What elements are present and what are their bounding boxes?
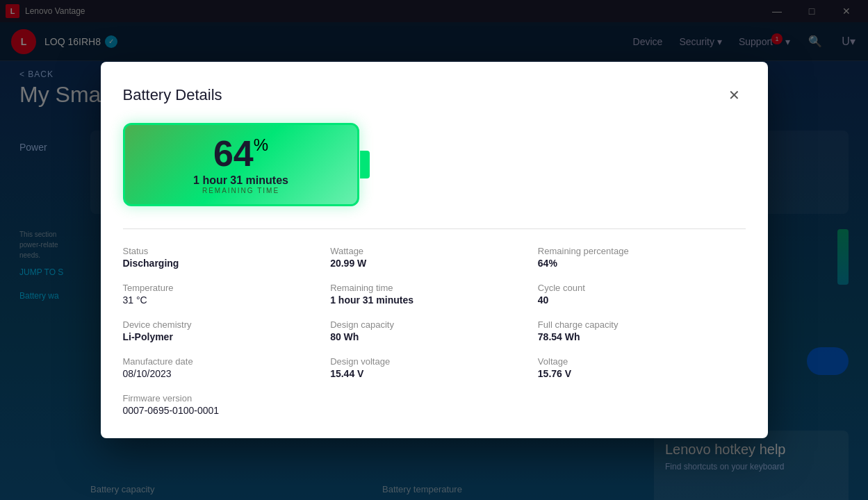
detail-firmware: Firmware version 0007-0695-0100-0001 <box>123 393 309 416</box>
chemistry-label: Device chemistry <box>123 319 309 330</box>
chemistry-value: Li-Polymer <box>123 331 309 342</box>
detail-chemistry: Device chemistry Li-Polymer <box>123 319 309 342</box>
battery-remaining-label: REMAINING TIME <box>202 187 279 194</box>
firmware-value: 0007-0695-0100-0001 <box>123 405 309 416</box>
voltage-value: 15.76 V <box>538 368 746 379</box>
detail-temperature: Temperature 31 °C <box>123 283 309 306</box>
status-value: Discharging <box>123 258 309 269</box>
detail-full-charge-capacity: Full charge capacity 78.54 Wh <box>538 319 746 342</box>
manufacture-date-label: Manufacture date <box>123 356 309 367</box>
cycle-count-value: 40 <box>538 294 746 306</box>
modal-title: Battery Details <box>123 86 222 104</box>
wattage-value: 20.99 W <box>330 258 516 269</box>
detail-status: Status Discharging <box>123 246 309 269</box>
firmware-label: Firmware version <box>123 393 309 403</box>
voltage-label: Voltage <box>538 356 746 367</box>
status-label: Status <box>123 246 309 256</box>
remaining-pct-value: 64% <box>538 258 746 269</box>
full-charge-label: Full charge capacity <box>538 319 746 330</box>
detail-remaining-percentage: Remaining percentage 64% <box>538 246 746 269</box>
cycle-count-label: Cycle count <box>538 283 746 293</box>
detail-wattage: Wattage 20.99 W <box>330 246 516 269</box>
remaining-pct-label: Remaining percentage <box>538 246 746 256</box>
battery-tip <box>360 151 370 178</box>
detail-column-1: Status Discharging Temperature 31 °C Dev… <box>123 246 331 416</box>
design-voltage-label: Design voltage <box>330 356 516 367</box>
wattage-label: Wattage <box>330 246 516 256</box>
detail-cycle-count: Cycle count 40 <box>538 283 746 306</box>
detail-manufacture-date: Manufacture date 08/10/2023 <box>123 356 309 379</box>
detail-design-capacity: Design capacity 80 Wh <box>330 319 516 342</box>
temperature-value: 31 °C <box>123 294 309 306</box>
battery-details-grid: Status Discharging Temperature 31 °C Dev… <box>123 246 746 416</box>
detail-voltage: Voltage 15.76 V <box>538 356 746 379</box>
battery-details-modal: Battery Details ✕ 64 % 1 hour 31 minutes… <box>101 62 768 438</box>
detail-design-voltage: Design voltage 15.44 V <box>330 356 516 379</box>
design-voltage-value: 15.44 V <box>330 368 516 379</box>
modal-header: Battery Details ✕ <box>123 84 746 106</box>
full-charge-value: 78.54 Wh <box>538 331 746 342</box>
detail-remaining-time: Remaining time 1 hour 31 minutes <box>330 283 516 306</box>
temperature-label: Temperature <box>123 283 309 293</box>
modal-divider <box>123 228 746 229</box>
remaining-time-label: Remaining time <box>330 283 516 293</box>
battery-display-area: 64 % 1 hour 31 minutes REMAINING TIME <box>123 123 746 206</box>
modal-close-button[interactable]: ✕ <box>723 84 746 106</box>
remaining-time-value: 1 hour 31 minutes <box>330 294 516 306</box>
battery-percentage-display: 64 % <box>213 135 268 172</box>
battery-gauge: 64 % 1 hour 31 minutes REMAINING TIME <box>123 123 359 206</box>
design-capacity-value: 80 Wh <box>330 331 516 342</box>
battery-remaining-time: 1 hour 31 minutes <box>193 174 288 187</box>
detail-column-3: Remaining percentage 64% Cycle count 40 … <box>538 246 746 416</box>
manufacture-date-value: 08/10/2023 <box>123 368 309 379</box>
detail-column-2: Wattage 20.99 W Remaining time 1 hour 31… <box>330 246 538 416</box>
design-capacity-label: Design capacity <box>330 319 516 330</box>
